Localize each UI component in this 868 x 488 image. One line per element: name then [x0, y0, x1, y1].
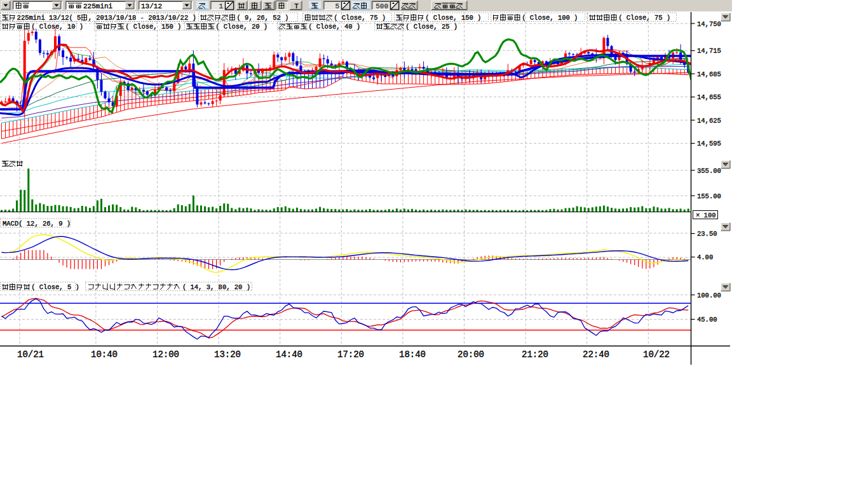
svg-text:14,750: 14,750	[697, 20, 721, 28]
svg-text:( Close, 20 ): ( Close, 20 )	[215, 23, 268, 30]
svg-text:( Close, 150 ): ( Close, 150 )	[425, 14, 481, 22]
svg-text:14,595: 14,595	[697, 140, 721, 147]
svg-text:14,625: 14,625	[697, 117, 721, 125]
svg-text:17:20: 17:20	[337, 349, 364, 360]
svg-text:( Close, 10 ): ( Close, 10 )	[31, 23, 83, 30]
svg-text:( Close, 75 ): ( Close, 75 )	[334, 14, 386, 22]
svg-text:22:40: 22:40	[583, 349, 609, 360]
svg-text:1: 1	[219, 3, 223, 10]
svg-text:13:20: 13:20	[214, 349, 241, 360]
svg-text:12:00: 12:00	[153, 349, 179, 360]
svg-text:4.00: 4.00	[697, 254, 713, 261]
svg-text:( 9, 26, 52 ): ( 9, 26, 52 )	[237, 14, 289, 22]
svg-text:( Close, 150 ): ( Close, 150 )	[125, 23, 181, 30]
svg-text:23.50: 23.50	[697, 230, 717, 238]
svg-text:( Close, 5 ): ( Close, 5 )	[31, 283, 79, 291]
svg-text:5: 5	[335, 3, 339, 10]
svg-text:225mini: 225mini	[83, 3, 113, 10]
svg-text:× 100: × 100	[696, 212, 716, 219]
svg-text:155.00: 155.00	[697, 193, 721, 200]
svg-text:10:40: 10:40	[91, 349, 118, 360]
svg-text:355.00: 355.00	[697, 167, 721, 175]
svg-text:18:40: 18:40	[399, 349, 426, 360]
svg-text:( Close, 40 ): ( Close, 40 )	[308, 23, 360, 30]
svg-text:20:00: 20:00	[458, 349, 484, 360]
svg-text:( Close, 75 ): ( Close, 75 )	[618, 14, 670, 22]
svg-text:( 14, 3, 80, 20 ): ( 14, 3, 80, 20 )	[182, 283, 250, 291]
svg-text:100.00: 100.00	[697, 292, 721, 299]
svg-text:T: T	[294, 3, 299, 10]
svg-text:14,655: 14,655	[697, 93, 721, 101]
svg-text:, 2013/10/18 - 2013/10/22 ): , 2013/10/18 - 2013/10/22 )	[88, 14, 196, 22]
svg-text:( Close, 100 ): ( Close, 100 )	[522, 14, 578, 22]
svg-text:14,685: 14,685	[697, 71, 721, 78]
svg-text:21:20: 21:20	[522, 349, 548, 360]
svg-text:500: 500	[376, 3, 388, 10]
svg-text:MACD( 12, 26, 9 ): MACD( 12, 26, 9 )	[3, 220, 71, 227]
svg-text:14,715: 14,715	[697, 47, 721, 55]
svg-text:10/21: 10/21	[17, 349, 44, 360]
svg-text:14:40: 14:40	[276, 349, 302, 360]
svg-text:( Close, 25 ): ( Close, 25 )	[405, 23, 458, 30]
svg-text:13/12: 13/12	[141, 3, 162, 10]
svg-text:10/22: 10/22	[643, 349, 670, 360]
svg-text:225mini 13/12( 5: 225mini 13/12( 5	[17, 14, 81, 22]
svg-text:45.00: 45.00	[697, 316, 717, 323]
